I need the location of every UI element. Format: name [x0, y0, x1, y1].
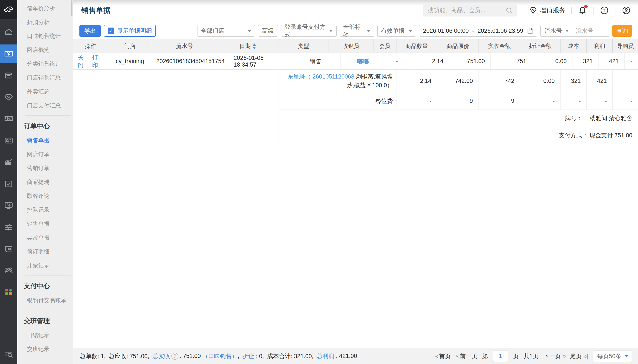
sidebar-item[interactable]: 交班记录 — [17, 342, 73, 356]
last-page-button[interactable]: 尾页 »∣ — [570, 352, 588, 360]
vip-diamond-icon — [0, 88, 17, 106]
column-header[interactable]: 门店 — [108, 39, 152, 53]
global-search[interactable] — [423, 4, 517, 16]
guide-link[interactable]: - — [630, 58, 632, 65]
first-page-button[interactable]: ∣« 首页 — [432, 352, 451, 360]
rail-slot-safe-icon[interactable] — [0, 238, 17, 260]
close-order-link[interactable]: 关闭 — [78, 54, 89, 69]
sidebar-item[interactable]: 预订明细 — [17, 244, 73, 258]
detail-discount: 0.00 — [520, 70, 560, 92]
account-pay-select[interactable]: 登录账号支付方式 — [281, 25, 337, 37]
date-range-picker[interactable]: 2026.01.06 00:00 - 2026.01.06 23:59 — [419, 25, 537, 37]
filter-toolbar: 导出 ✓ 显示单据明细 全部门店 高级 登录账号支付方式 全部标签 有效单据 — [73, 20, 638, 37]
column-header[interactable]: 流水号 — [152, 39, 217, 53]
rail-slot-pencils-crossed-icon[interactable] — [0, 260, 17, 282]
column-header[interactable]: 商品数量 — [396, 39, 437, 53]
rail-slot-box-icon[interactable] — [0, 65, 17, 86]
column-header[interactable]: 导购员 — [612, 39, 638, 53]
notifications-button[interactable] — [577, 5, 588, 16]
sidebar-item[interactable]: 顾客评论 — [17, 189, 73, 203]
summary-link[interactable]: 总实收 — [153, 352, 170, 360]
id-card-icon — [0, 131, 17, 150]
rail-bottom-search[interactable] — [0, 349, 17, 359]
calendar-icon — [527, 27, 534, 34]
valid-orders-select[interactable]: 有效单据 — [377, 25, 416, 37]
vas-badge-icon — [529, 6, 537, 15]
sort-down-icon — [253, 47, 256, 49]
column-header[interactable]: 成本 — [560, 39, 586, 53]
summary-link[interactable]: （口味销售） — [203, 352, 238, 360]
column-header[interactable]: 收银员 — [329, 39, 373, 53]
search-input[interactable] — [428, 7, 505, 14]
sort-arrows-icon[interactable] — [253, 44, 256, 49]
sidebar-item[interactable]: 销售单据 — [17, 217, 73, 230]
cashier-link[interactable]: 嘟嘟 — [357, 58, 369, 65]
rail-slot-sliders-icon[interactable] — [0, 216, 17, 238]
item-code-link[interactable]: 2601051120068 — [312, 73, 354, 80]
rail-slot-trend-chart-icon[interactable] — [0, 152, 17, 173]
sidebar-item[interactable]: 营销订单 — [17, 161, 73, 175]
show-detail-checkbox[interactable]: ✓ 显示单据明细 — [104, 25, 156, 37]
sidebar-item[interactable]: 折扣分析 — [17, 15, 73, 29]
item-name-link[interactable]: 东星斑 — [287, 73, 305, 80]
per-page-select[interactable]: 每页50条 — [593, 350, 632, 362]
sidebar-item[interactable]: 销售单据 — [17, 134, 73, 147]
sidebar-item[interactable]: 商家提现 — [17, 175, 73, 189]
sidebar-item[interactable]: 开票记录 — [17, 258, 73, 272]
detail-original: 742.00 — [437, 70, 479, 92]
column-header[interactable]: 操作 — [73, 39, 108, 53]
account-button[interactable] — [621, 5, 631, 16]
detail-cost: 321 — [560, 70, 586, 92]
item-name: 餐位费 — [375, 98, 393, 104]
column-header[interactable]: 会员 — [373, 39, 396, 53]
menu-section-header: 交班管理 — [17, 312, 73, 328]
rail-slot-apps-grid-icon[interactable] — [0, 282, 17, 303]
question-circle-icon[interactable]: ? — [171, 353, 178, 360]
sidebar-item[interactable]: 门店销售汇总 — [17, 71, 73, 84]
rail-slot-report-clipboard-icon[interactable] — [0, 173, 17, 195]
store-filter-select[interactable]: 全部门店 — [197, 25, 255, 37]
summary-link[interactable]: 折让 — [242, 352, 254, 360]
sidebar-item[interactable]: 分类销售统计 — [17, 57, 73, 71]
summary-link[interactable]: 总利润 — [317, 352, 334, 360]
search-icon — [505, 7, 513, 14]
app-logo[interactable] — [0, 0, 17, 19]
sidebar-item[interactable]: 网店订单 — [17, 147, 73, 161]
page-number-input[interactable] — [493, 350, 508, 362]
value-added-services[interactable]: 增值服务 — [529, 6, 566, 15]
menu-scrollbar[interactable] — [71, 0, 73, 16]
column-header[interactable]: 利润 — [586, 39, 612, 53]
serial-type-select[interactable]: 流水号 — [540, 25, 572, 36]
sidebar-item[interactable]: 门店支付汇总 — [17, 98, 73, 112]
sidebar-item[interactable]: 笔单价分析 — [17, 1, 73, 15]
tags-select[interactable]: 全部标签 — [340, 25, 374, 37]
next-page-button[interactable]: 下一页 » — [543, 352, 565, 360]
query-button[interactable]: 查询 — [612, 25, 632, 37]
rail-slot-vip-diamond-icon[interactable] — [0, 86, 17, 108]
sidebar-item[interactable]: 排队记录 — [17, 203, 73, 217]
sidebar-item[interactable]: 口味销售统计 — [17, 29, 73, 43]
sidebar-item[interactable]: 银豹付交易账单 — [17, 293, 73, 307]
column-header[interactable]: 商品原价 — [437, 39, 479, 53]
rail-slot-id-card-icon[interactable] — [0, 130, 17, 152]
help-button[interactable]: ? — [599, 5, 609, 16]
rail-slot-banknote-yen-icon[interactable] — [0, 43, 17, 65]
sidebar-item[interactable]: 日结记录 — [17, 328, 73, 342]
column-header[interactable]: 实收金额 — [479, 39, 520, 53]
sidebar-item[interactable]: 外卖汇总 — [17, 84, 73, 98]
sidebar-item[interactable]: 网店概览 — [17, 43, 73, 57]
export-button[interactable]: 导出 — [80, 25, 101, 37]
sidebar-item[interactable]: 异常单据 — [17, 230, 73, 244]
account-pay-value: 登录账号支付方式 — [285, 23, 326, 38]
print-order-link[interactable]: 打印 — [92, 54, 104, 69]
prev-page-button[interactable]: « 前一页 — [455, 352, 477, 360]
rail-slot-coupon-percent-icon[interactable] — [0, 108, 17, 130]
column-header[interactable]: 日期 — [217, 39, 278, 53]
serial-input[interactable] — [572, 28, 609, 34]
member-link[interactable]: - — [396, 58, 398, 65]
advanced-button[interactable]: 高级 — [258, 25, 278, 37]
rail-slot-home-icon[interactable] — [0, 21, 17, 43]
column-header[interactable]: 类型 — [278, 39, 329, 53]
column-header[interactable]: 折让金额 — [520, 39, 560, 53]
rail-slot-monitor-percent-icon[interactable] — [0, 195, 17, 216]
